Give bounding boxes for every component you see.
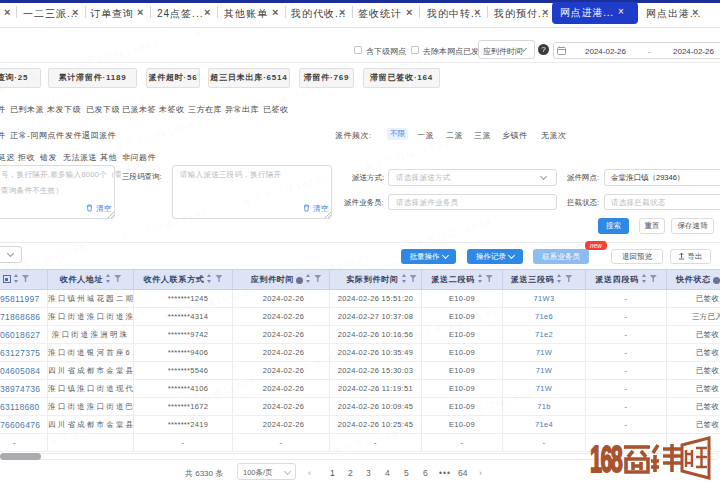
- svg-text:168: 168: [590, 439, 623, 479]
